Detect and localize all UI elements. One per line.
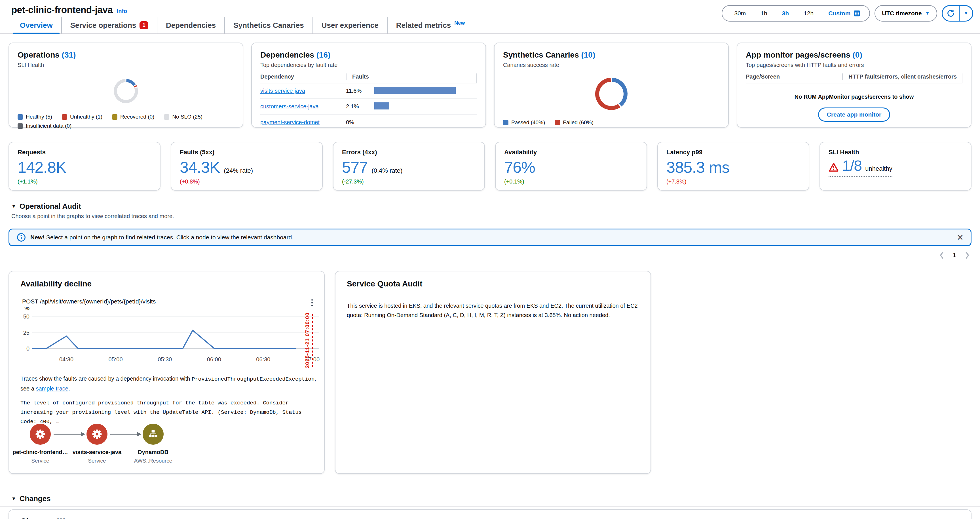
dependencies-rows: visits-service-java11.6%customers-servic… [260,83,477,130]
svg-text:pet-clinic-frontend…: pet-clinic-frontend… [13,449,68,455]
app-monitor-card-title: App monitor pages/screens (0) [746,51,963,60]
page-number[interactable]: 1 [953,252,956,259]
metric-value-row: 577(0.4% rate) [342,158,476,177]
canaries-donut-chart [586,68,637,119]
svg-text:visits-service-java: visits-service-java [73,449,122,455]
legend-label: No SLO (25) [172,114,202,120]
info-banner: New! Select a point on the graph to find… [8,229,972,246]
svg-text:06:00: 06:00 [207,356,221,363]
operations-subtitle: SLI Health [18,62,234,68]
app-monitor-empty-text: No RUM AppMonitor pages/screens to show [746,94,963,100]
legend-label: Failed (60%) [563,119,593,126]
sample-trace-link[interactable]: sample trace [36,385,68,392]
pagination: 1 [939,251,970,259]
tab-bar: OverviewService operations1DependenciesS… [0,17,980,34]
metric-value: 385.3 ms [667,158,729,177]
canaries-card: Synthetics Canaries (10) Canaries succes… [494,43,729,127]
operational-audit-toggle[interactable]: ▼ Operational Audit [11,202,174,211]
metric-delta: (+0.8%) [180,178,313,185]
legend-swatch [555,120,560,125]
changes-toggle[interactable]: ▼ Changes [11,494,51,503]
tab-related-metrics[interactable]: Related metricsNew [387,17,474,33]
tab-label: User experience [321,21,379,30]
tab-overview[interactable]: Overview [11,17,61,33]
info-link[interactable]: Info [117,8,127,14]
next-page-icon[interactable] [965,251,970,259]
previous-page-icon[interactable] [939,251,944,259]
time-range-3h[interactable]: 3h [775,10,797,17]
tab-dependencies[interactable]: Dependencies [157,17,224,33]
dependency-link[interactable]: visits-service-java [260,88,346,94]
banner-message: Select a point on the graph to find rela… [45,234,293,240]
dependency-link[interactable]: payment-service-dotnet [260,119,346,126]
page-title: pet-clinic-frontend-java [11,5,113,15]
kebab-menu-icon[interactable] [309,298,315,307]
custom-range-button[interactable]: Custom [821,10,865,17]
svg-text:Service: Service [88,458,106,464]
metric-value: 1/8 [842,157,862,174]
create-app-monitor-button[interactable]: Create app monitor [818,107,890,122]
availability-line-chart[interactable]: 50250%04:3005:0005:3006:0006:3007:002025… [9,307,325,374]
calendar-icon [853,10,861,17]
app-monitor-count[interactable]: (0) [853,51,862,59]
legend-swatch [112,114,118,120]
legend-swatch [62,114,67,120]
dependency-link[interactable]: customers-service-java [260,103,346,110]
metric-value-row: 385.3 ms [667,158,800,177]
metric-delta [829,178,963,185]
dependencies-table-header: Dependency Faults [260,73,477,83]
metric-suffix: (0.4% rate) [371,167,402,174]
legend-item[interactable]: No SLO (25) [164,114,202,120]
time-range-12h[interactable]: 12h [796,10,821,17]
tab-label: Overview [20,21,53,30]
legend-item[interactable]: Insufficient data (0) [18,123,72,129]
app-monitor-title-text: App monitor pages/screens [746,51,850,59]
fault-rate-value: 11.6% [346,88,374,94]
metric-value: 34.3K [180,158,220,177]
svg-text:05:00: 05:00 [108,356,123,363]
time-range-30m[interactable]: 30m [727,10,753,17]
trace-text-3: . [68,385,70,392]
svg-text:DynamoDB: DynamoDB [138,449,169,455]
chart-operation-title: POST /api/visit/owners/{ownerId}/pets/{p… [22,298,156,305]
canaries-count[interactable]: (10) [581,51,595,59]
tab-synthetics-canaries[interactable]: Synthetics Canaries [224,17,312,33]
service-quota-title: Service Quota Audit [347,279,423,288]
service-map-graph[interactable]: pet-clinic-frontend…Servicevisits-servic… [9,412,325,470]
legend-label: Recovered (0) [120,114,154,120]
operations-count[interactable]: (31) [62,51,76,59]
metric-card-faults-5xx-: Faults (5xx)34.3K(24% rate)(+0.8%) [171,142,323,191]
tab-user-experience[interactable]: User experience [312,17,387,33]
metric-label: SLI Health [829,149,963,156]
legend-swatch [18,123,23,129]
warning-icon [829,162,839,173]
legend-item[interactable]: Healthy (5) [18,114,52,120]
dependencies-count[interactable]: (16) [317,51,331,59]
legend-item[interactable]: Recovered (0) [112,114,154,120]
legend-item[interactable]: Unhealthy (1) [62,114,102,120]
dependencies-subtitle: Top dependencies by fault rate [260,62,477,68]
metric-value-row: 76% [504,158,638,177]
metric-value: 577 [342,158,368,177]
svg-text:04:30: 04:30 [59,356,73,363]
tab-badge: 1 [140,21,148,29]
legend-item[interactable]: Failed (60%) [555,119,593,126]
tab-label: Dependencies [166,21,216,30]
svg-text:25: 25 [23,330,30,336]
changes-card-title: Changes (0) [21,517,959,519]
time-range-1h[interactable]: 1h [753,10,775,17]
operations-donut-wrap [18,68,234,114]
canaries-card-title: Synthetics Canaries (10) [503,51,720,60]
chevron-down-icon: ▼ [925,11,930,16]
page-header: pet-clinic-frontend-java Info [11,5,127,15]
close-icon[interactable]: × [957,232,963,243]
trace-text-1: Traces show the faults are caused by a d… [21,376,192,382]
operations-legend: Healthy (5)Unhealthy (1)Recovered (0)No … [18,114,234,129]
changes-title-text: Changes [21,517,54,519]
metric-value-row: 1/8unhealthy [829,157,963,177]
availability-decline-title: Availability decline [21,279,92,288]
legend-item[interactable]: Passed (40%) [503,119,545,126]
metric-card-latency-p99: Latency p99385.3 ms(+7.8%) [657,142,809,191]
tab-service-operations[interactable]: Service operations1 [61,17,157,33]
dependencies-title-text: Dependencies [260,51,314,59]
